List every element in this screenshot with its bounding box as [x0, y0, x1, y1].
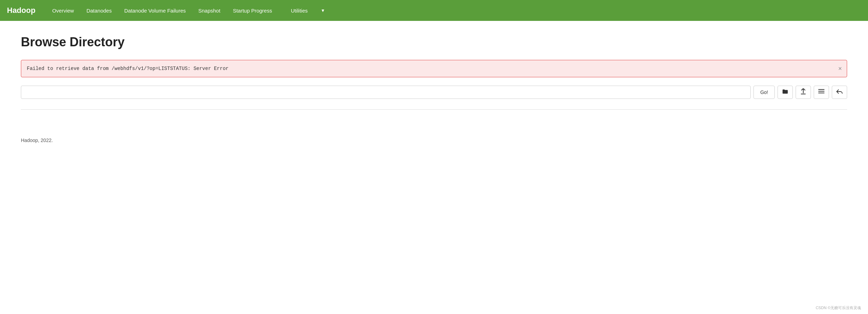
nav-link-startup-progress[interactable]: Startup Progress [227, 5, 278, 16]
go-button[interactable]: Go! [753, 86, 775, 99]
upload-button[interactable] [796, 86, 811, 99]
alert-message: Failed to retrieve data from /webhdfs/v1… [27, 66, 229, 71]
folder-button[interactable] [778, 86, 793, 99]
nav-link-volume-failures[interactable]: Datanode Volume Failures [118, 5, 192, 16]
folder-icon [782, 89, 788, 96]
main-content: Browse Directory Failed to retrieve data… [0, 21, 868, 131]
nav-item-datanodes[interactable]: Datanodes [80, 5, 118, 16]
svg-rect-0 [818, 89, 824, 90]
history-button[interactable] [832, 86, 847, 99]
footer-text: Hadoop, 2022. [21, 138, 53, 143]
nav-item-startup-progress[interactable]: Startup Progress [227, 5, 278, 16]
error-alert: Failed to retrieve data from /webhdfs/v1… [21, 60, 847, 77]
nav-item-volume-failures[interactable]: Datanode Volume Failures [118, 5, 192, 16]
svg-rect-1 [818, 91, 824, 92]
list-icon [818, 89, 824, 95]
nav-item-utilities[interactable]: Utilities ▾ [278, 2, 337, 19]
alert-close-button[interactable]: × [838, 65, 842, 72]
list-view-button[interactable] [814, 86, 829, 99]
nav-item-overview[interactable]: Overview [46, 5, 80, 16]
page-title: Browse Directory [21, 35, 847, 49]
chevron-down-icon: ▾ [315, 5, 331, 16]
nav-link-snapshot[interactable]: Snapshot [192, 5, 227, 16]
directory-row: Go! [21, 86, 847, 99]
back-arrow-icon [836, 89, 843, 96]
nav-link-overview[interactable]: Overview [46, 5, 80, 16]
svg-rect-2 [818, 93, 824, 93]
upload-icon [800, 88, 806, 96]
content-divider [21, 109, 847, 110]
navbar-nav: Overview Datanodes Datanode Volume Failu… [46, 2, 337, 19]
nav-link-utilities[interactable]: Utilities ▾ [278, 2, 337, 19]
navbar-brand[interactable]: Hadoop [7, 6, 35, 15]
nav-item-snapshot[interactable]: Snapshot [192, 5, 227, 16]
navbar: Hadoop Overview Datanodes Datanode Volum… [0, 0, 868, 21]
footer: Hadoop, 2022. [0, 131, 868, 150]
nav-link-datanodes[interactable]: Datanodes [80, 5, 118, 16]
directory-input[interactable] [21, 86, 751, 99]
